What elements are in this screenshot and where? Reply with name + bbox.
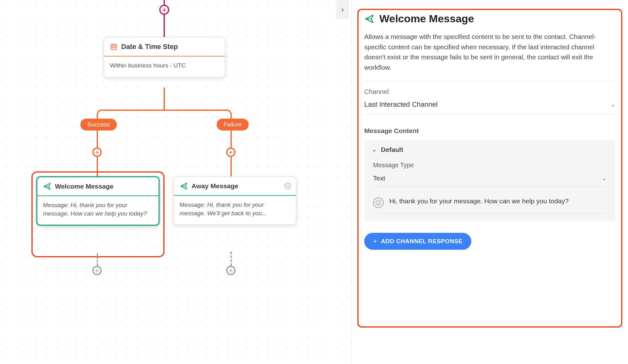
- svg-point-6: [115, 47, 115, 48]
- message-type-label: Message Type: [373, 162, 607, 169]
- svg-rect-0: [111, 45, 116, 50]
- calendar-icon: [110, 43, 117, 51]
- node-body: Message: Hi, thank you for your message.…: [37, 196, 159, 225]
- connector-split: [97, 110, 232, 118]
- send-icon: [43, 182, 51, 190]
- add-step-success-button[interactable]: +: [92, 147, 102, 157]
- add-step-after-away-button[interactable]: +: [226, 266, 236, 275]
- emoji-picker-button[interactable]: [373, 197, 384, 208]
- channel-label: Channel: [364, 88, 615, 95]
- details-panel: Welcome Message Allows a message with th…: [352, 0, 628, 364]
- add-step-failure-button[interactable]: +: [226, 147, 236, 157]
- message-label: Message:: [43, 202, 71, 208]
- add-step-top-button[interactable]: +: [159, 5, 169, 15]
- svg-point-11: [377, 202, 378, 203]
- node-date-time[interactable]: Date & Time Step Within business hours -…: [104, 37, 225, 78]
- panel-description: Allows a message with the specified cont…: [364, 32, 615, 72]
- connector-line: [164, 88, 165, 110]
- node-header: Away Message ?: [174, 177, 296, 195]
- plus-icon: +: [95, 266, 99, 275]
- add-step-after-welcome-button[interactable]: +: [92, 266, 102, 275]
- node-header: Date & Time Step: [104, 38, 225, 56]
- plus-icon: +: [95, 148, 99, 156]
- channel-select[interactable]: Last Interacted Channel ⌄: [364, 99, 615, 115]
- message-content-box: ⌄ Default Message Type Text ⌄ Hi, thank …: [364, 140, 615, 222]
- add-channel-label: ADD CHANNEL RESPONSE: [381, 238, 463, 245]
- node-away-message[interactable]: Away Message ? Message: Hi, thank you fo…: [173, 176, 296, 225]
- send-icon: [180, 182, 188, 190]
- connector-line: [164, 14, 165, 38]
- add-channel-response-button[interactable]: + ADD CHANNEL RESPONSE: [364, 233, 471, 250]
- plus-icon: +: [228, 266, 233, 275]
- node-title: Welcome Message: [55, 183, 113, 190]
- node-welcome-message[interactable]: Welcome Message Message: Hi, thank you f…: [36, 176, 160, 226]
- help-icon[interactable]: ?: [284, 182, 291, 190]
- connector-dashed: [97, 253, 98, 266]
- collapse-panel-button[interactable]: ›: [336, 0, 349, 19]
- chevron-down-icon: ⌄: [602, 175, 607, 182]
- message-type-select[interactable]: Text ⌄: [373, 172, 607, 187]
- workflow-canvas[interactable]: › + Date & Time Step Within business hou…: [0, 0, 352, 364]
- svg-point-5: [113, 47, 114, 48]
- connector-dashed: [230, 252, 232, 266]
- chevron-down-icon: ⌄: [611, 101, 615, 108]
- panel-title-row: Welcome Message: [364, 13, 615, 25]
- message-text-input[interactable]: Hi, thank you for your message. How can …: [389, 196, 607, 206]
- channel-value: Last Interacted Channel: [364, 100, 438, 109]
- default-section-label: Default: [381, 146, 403, 153]
- svg-point-12: [379, 202, 380, 203]
- chevron-down-icon: ⌄: [372, 146, 376, 153]
- chevron-right-icon: ›: [341, 5, 344, 14]
- branch-badge-failure: Failure: [217, 119, 249, 131]
- message-content-heading: Message Content: [364, 127, 615, 135]
- plus-icon: +: [373, 237, 377, 245]
- svg-point-4: [112, 47, 113, 48]
- divider: [364, 81, 615, 81]
- message-label: Message:: [180, 201, 207, 208]
- default-section-toggle[interactable]: ⌄ Default: [364, 140, 615, 160]
- node-header: Welcome Message: [37, 177, 159, 195]
- plus-icon: +: [162, 6, 166, 14]
- branch-badge-success: Success: [80, 119, 117, 131]
- panel-title: Welcome Message: [379, 13, 474, 25]
- node-body: Within business hours - UTC: [104, 56, 225, 77]
- svg-point-10: [376, 200, 381, 206]
- divider: [373, 214, 607, 214]
- send-icon: [364, 14, 374, 24]
- message-type-value: Text: [373, 174, 385, 182]
- plus-icon: +: [228, 148, 233, 156]
- smile-icon: [375, 200, 382, 206]
- node-subtitle: Within business hours - UTC: [110, 62, 186, 69]
- node-body: Message: Hi, thank you for your message.…: [174, 196, 296, 224]
- node-title: Date & Time Step: [121, 43, 178, 51]
- node-title: Away Message: [192, 182, 238, 190]
